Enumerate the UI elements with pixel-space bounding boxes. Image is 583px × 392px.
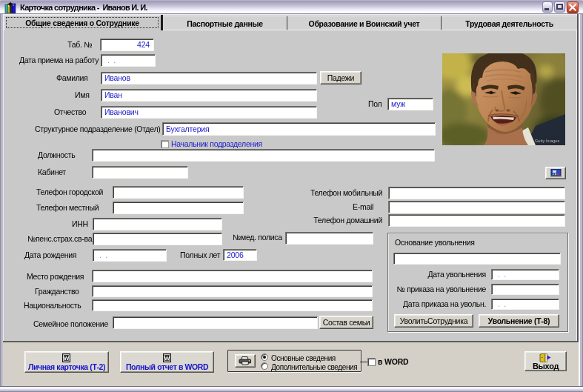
svg-text:Getty Images: Getty Images <box>535 139 559 143</box>
